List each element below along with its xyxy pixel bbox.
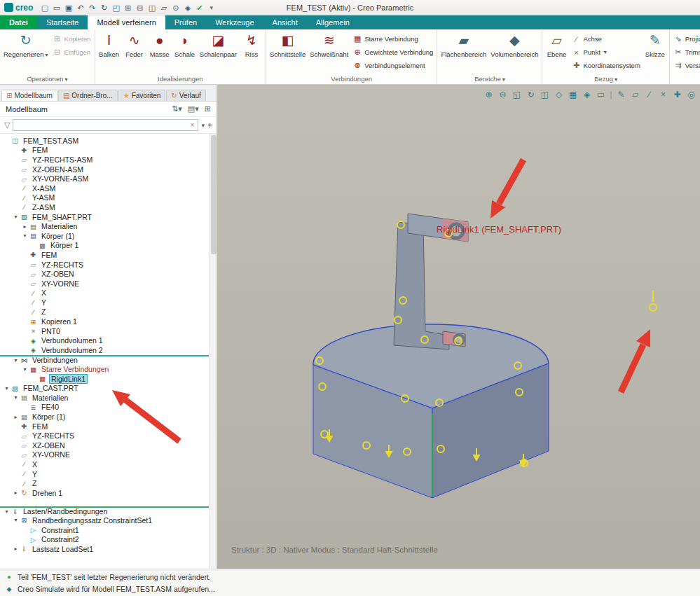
tree-item[interactable]: ↻ Drehen 1 <box>0 488 209 498</box>
tree-item[interactable]: ▦ RigidLink1 <box>0 374 209 384</box>
tree-item[interactable]: ∕ X <box>0 289 209 298</box>
operationen-group-label[interactable]: Operationen▾ <box>1 74 93 84</box>
tree-item[interactable]: ▱ XY-VORNE <box>0 279 209 289</box>
schalenpaar-button[interactable]: ◪ Schalenpaar <box>198 31 239 60</box>
screen-capture-icon[interactable]: ◰ <box>110 1 122 14</box>
search-options-icon[interactable]: ▾ <box>201 122 205 129</box>
skizze-button[interactable]: ✎ Skizze <box>643 31 668 60</box>
regenerieren-button[interactable]: ↻ Regenerieren▾ <box>1 31 50 60</box>
check-icon[interactable]: ✔ <box>193 1 205 14</box>
repaint-icon[interactable]: ↻ <box>525 89 537 101</box>
search-icon[interactable]: ⊙ <box>170 1 181 14</box>
koordinatensystem-button[interactable]: ✚Koordinatensystem <box>569 59 642 72</box>
tree-item[interactable]: ✚ FEM <box>0 146 209 155</box>
expand-toggle[interactable] <box>12 546 20 552</box>
tree-item[interactable]: ▱ XY-VORNE-ASM <box>0 174 209 183</box>
tree-item[interactable]: ▤ Materialien <box>0 393 209 403</box>
ribbon-tab[interactable]: Ansicht <box>263 15 307 29</box>
ribbon-tab[interactable]: Allgemein <box>307 15 359 29</box>
flaechenbereich-button[interactable]: ▰ Flächenbereich <box>439 31 488 60</box>
datum-display-icon[interactable]: ▱ <box>158 1 170 14</box>
feder-button[interactable]: ∿ Feder <box>122 31 147 60</box>
tree-item[interactable]: ∕ Z-ASM <box>0 202 209 212</box>
datum-plane-display-icon[interactable]: ▱ <box>629 89 641 101</box>
tree-item[interactable]: ▱ XY-VORNE <box>0 450 209 460</box>
tree-item[interactable]: ∕ Z <box>0 478 209 488</box>
model-base[interactable] <box>313 324 549 498</box>
3d-model[interactable] <box>217 85 700 569</box>
versatz-button[interactable]: ⇉Versatz <box>671 59 700 72</box>
navigator-tab[interactable]: ★ Favoriten <box>118 90 166 101</box>
tree-item[interactable]: ▤ Körper (1) <box>0 412 209 422</box>
datum-point-display-icon[interactable]: × <box>657 89 669 101</box>
tree-item[interactable]: ∕ Y-ASM <box>0 193 209 203</box>
datum-csys-display-icon[interactable]: ✚ <box>671 89 683 101</box>
expand-toggle[interactable] <box>21 223 29 230</box>
tree-item[interactable]: ▧ FEM_SHAFT.PRT <box>0 212 209 222</box>
redo-icon[interactable]: ↷ <box>86 1 98 14</box>
dropdown-icon[interactable]: ▾ <box>205 1 217 14</box>
regenerate-icon[interactable]: ↻ <box>98 1 110 14</box>
expand-toggle[interactable] <box>12 394 20 401</box>
zoom-out-icon[interactable]: ⊖ <box>497 89 509 101</box>
tree-item[interactable]: ▱ YZ-RECHTS-ASM <box>0 155 209 165</box>
tree-item[interactable]: ▤ Körper (1) <box>0 231 209 241</box>
tree-scrollbar[interactable] <box>210 134 217 569</box>
tree-item[interactable]: ⊞ Kopieren 1 <box>0 317 209 326</box>
tree-columns-icon[interactable]: ⊞ <box>205 104 211 113</box>
tree-item[interactable]: ✚ FEM <box>0 422 209 431</box>
tree-item[interactable]: ⇓ Lasten/Randbedingungen <box>0 506 209 516</box>
expand-toggle[interactable] <box>12 214 20 220</box>
tree-item[interactable]: ✚ FEM <box>0 250 209 260</box>
gewichtete-verbindung-button[interactable]: ⊕Gewichtete Verbindung <box>350 46 435 59</box>
schnittstelle-button[interactable]: ◧ Schnittstelle <box>268 31 308 60</box>
bereiche-group-label[interactable]: Bereiche▾ <box>439 74 540 84</box>
ebene-button[interactable]: ▱ Ebene <box>544 31 569 60</box>
spin-center-icon[interactable]: ◎ <box>685 89 697 101</box>
tree-item[interactable]: ▤ Materialien <box>0 221 209 231</box>
saved-orientations-icon[interactable]: ▦ <box>567 89 579 101</box>
tree-sort-icon[interactable]: ⇅▾ <box>172 104 182 113</box>
expand-toggle[interactable] <box>12 357 20 363</box>
tree-search-input[interactable] <box>15 121 188 129</box>
einfuegen-button[interactable]: ⊟Einfügen <box>50 46 93 59</box>
tree-scrollbar-thumb[interactable] <box>211 135 217 254</box>
riss-button[interactable]: ↯ Riss <box>239 31 264 60</box>
tree-item[interactable]: ▱ XZ-OBEN <box>0 441 209 450</box>
tree-item[interactable]: × PNT0 <box>0 326 209 336</box>
annotations-display-icon[interactable]: ✎ <box>615 89 627 101</box>
tree-item[interactable]: ◈ Verbundvolumen 1 <box>0 335 209 345</box>
trimmen-button[interactable]: ✂Trimmen <box>671 46 700 59</box>
tree-item[interactable]: ▧ FEM_CAST.PRT <box>0 383 209 393</box>
navigator-tab[interactable]: ⊞ Modellbaum <box>1 90 57 101</box>
new-file-icon[interactable]: ▢ <box>39 1 50 14</box>
projizieren-button[interactable]: ⇘Projizieren <box>671 32 700 46</box>
balken-button[interactable]: Ⅰ Balken <box>97 31 122 60</box>
open-file-icon[interactable]: ▭ <box>50 1 62 14</box>
paste-icon[interactable]: ⊟ <box>134 1 146 14</box>
add-filter-icon[interactable]: + <box>207 120 212 130</box>
masse-button[interactable]: ● Masse <box>147 31 172 60</box>
clear-search-icon[interactable]: × <box>189 121 196 129</box>
expand-toggle[interactable] <box>3 385 11 391</box>
datum-axis-display-icon[interactable]: ∕ <box>643 89 655 101</box>
expand-toggle[interactable] <box>3 508 11 515</box>
tree-item[interactable]: ⊠ Randbedingungssatz ConstraintSet1 <box>0 515 209 525</box>
refit-icon[interactable]: ◱ <box>511 89 523 101</box>
tree-item[interactable]: ∕ Y <box>0 298 209 307</box>
tree-item[interactable]: ∕ Z <box>0 307 209 317</box>
ribbon-tab[interactable]: Prüfen <box>165 15 206 29</box>
tree-item[interactable]: ⇓ Lastsatz LoadSet1 <box>0 544 209 554</box>
graphics-viewport[interactable]: ⊕⊖◱↻◫◇▦◈▭|✎▱∕×✚◎ <box>217 85 700 569</box>
copy-icon[interactable]: ⊞ <box>122 1 134 14</box>
undo-icon[interactable]: ↶ <box>74 1 86 14</box>
ribbon-tab[interactable]: Startseite <box>37 15 88 29</box>
ribbon-tab[interactable]: Datei <box>0 15 37 29</box>
view-manager-icon[interactable]: ◈ <box>581 89 593 101</box>
tree-item[interactable]: ▷ Constraint1 <box>0 525 209 535</box>
kopieren-button[interactable]: ⊞Kopieren <box>50 32 93 46</box>
tree-item[interactable]: ◈ Verbundvolumen 2 <box>0 345 209 355</box>
zoom-in-icon[interactable]: ⊕ <box>483 89 495 101</box>
ribbon-tab[interactable]: Werkzeuge <box>206 15 263 29</box>
tree-item[interactable]: ▷ Constraint2 <box>0 534 209 544</box>
